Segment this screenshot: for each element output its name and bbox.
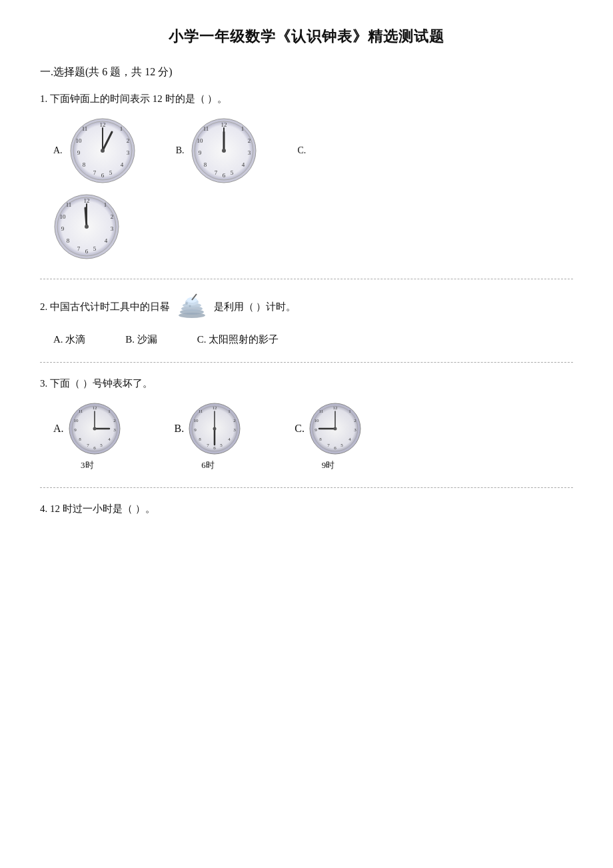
- svg-text:6: 6: [101, 172, 104, 179]
- clock-c: 12 1 2 3 4 5 6 7 8 9 10 11: [53, 193, 120, 260]
- svg-text:5: 5: [100, 443, 103, 448]
- svg-point-76: [93, 427, 96, 431]
- svg-text:5: 5: [109, 169, 112, 176]
- q1-clocks-row: A. 12 1 2 3 4 5 6: [40, 117, 573, 184]
- q3-clock-b: B. 12 1 2 3 4 5 6 7 8 9 10 11: [175, 402, 242, 471]
- svg-text:1: 1: [348, 409, 351, 414]
- svg-text:4: 4: [242, 161, 245, 168]
- svg-text:11: 11: [199, 409, 203, 414]
- svg-text:6: 6: [334, 445, 336, 451]
- svg-text:12: 12: [84, 197, 90, 204]
- question-2: 2. 中国古代计时工具中的日晷 是利用（ ）计时。 A. 水滴: [40, 291, 573, 346]
- q3-clocks-row: A. 12 1 2 3 4 5: [40, 402, 573, 471]
- svg-text:4: 4: [348, 437, 351, 442]
- svg-text:7: 7: [93, 169, 96, 176]
- svg-text:8: 8: [67, 237, 70, 244]
- q1-option-b: B. 12 1 2 3 4 5 6 7 8 9 10 11: [176, 117, 258, 184]
- svg-text:1: 1: [241, 125, 245, 132]
- q3-text: 3. 下面（ ）号钟表坏了。: [40, 375, 573, 393]
- svg-text:8: 8: [319, 437, 322, 442]
- svg-point-16: [101, 149, 105, 153]
- svg-text:1: 1: [104, 201, 107, 208]
- clock-a: 12 1 2 3 4 5 6 7 8 9 10 11: [69, 117, 136, 184]
- svg-text:7: 7: [327, 443, 330, 448]
- question-4: 4. 12 时过一小时是（ ）。: [40, 500, 573, 518]
- svg-text:1: 1: [228, 409, 231, 414]
- q3-a-time: 3时: [81, 459, 94, 471]
- svg-text:9: 9: [199, 149, 202, 156]
- sundial-icon: [177, 291, 207, 324]
- q2-text: 2. 中国古代计时工具中的日晷 是利用（ ）计时。: [40, 291, 573, 324]
- svg-text:9: 9: [77, 149, 80, 156]
- svg-text:6: 6: [85, 248, 89, 255]
- q1-option-c: C.: [297, 145, 308, 156]
- svg-text:7: 7: [215, 169, 218, 176]
- svg-text:1: 1: [108, 409, 111, 414]
- svg-point-58: [185, 302, 188, 305]
- svg-text:12: 12: [92, 405, 97, 411]
- q1-option-b-label: B.: [176, 145, 185, 156]
- q3-c-time: 9时: [322, 459, 335, 471]
- question-3: 3. 下面（ ）号钟表坏了。 A. 12 1: [40, 375, 573, 471]
- q2-text-after: 是利用（ ）计时。: [214, 301, 297, 312]
- svg-text:10: 10: [194, 418, 199, 423]
- svg-text:12: 12: [221, 121, 227, 128]
- svg-text:9: 9: [61, 225, 65, 232]
- svg-text:10: 10: [197, 137, 204, 144]
- q1-option-a-label: A.: [53, 145, 63, 156]
- svg-text:10: 10: [314, 418, 319, 423]
- q2-option-a: A. 水滴: [53, 333, 85, 346]
- q3-clock-b-svg: 12 1 2 3 4 5 6 7 8 9 10 11: [188, 402, 241, 455]
- svg-text:9: 9: [194, 427, 197, 433]
- svg-text:10: 10: [60, 213, 67, 220]
- section1-header: 一.选择题(共 6 题，共 12 分): [40, 65, 573, 79]
- clock-b: 12 1 2 3 4 5 6 7 8 9 10 11: [191, 117, 257, 184]
- svg-text:11: 11: [66, 201, 72, 208]
- page-title: 小学一年级数学《认识钟表》精选测试题: [40, 27, 573, 47]
- q3-c-inline: C. 12 1 2 3 4 5 6 7 8 9 10 11: [295, 402, 362, 455]
- q3-b-time: 6时: [201, 459, 215, 471]
- svg-text:1: 1: [119, 125, 123, 132]
- q3-clock-a-svg: 12 1 2 3 4 5 6 7 8 9 10 11: [68, 402, 121, 455]
- svg-text:11: 11: [78, 409, 83, 414]
- svg-text:4: 4: [105, 237, 108, 244]
- q3-clock-a: A. 12 1 2 3 4 5: [53, 402, 121, 471]
- svg-text:7: 7: [77, 245, 81, 252]
- svg-text:10: 10: [73, 418, 79, 423]
- svg-text:7: 7: [87, 443, 89, 448]
- svg-text:3: 3: [113, 427, 116, 433]
- svg-text:4: 4: [120, 161, 123, 168]
- svg-text:8: 8: [79, 437, 81, 442]
- q1-option-c-label: C.: [297, 145, 306, 156]
- divider-2: [40, 362, 573, 363]
- svg-text:3: 3: [126, 149, 129, 156]
- svg-text:11: 11: [203, 125, 209, 132]
- svg-text:2: 2: [111, 213, 114, 220]
- svg-text:2: 2: [126, 137, 129, 144]
- svg-text:5: 5: [231, 169, 234, 176]
- svg-point-50: [85, 225, 89, 229]
- q3-b-inline: B. 12 1 2 3 4 5 6 7 8 9 10 11: [175, 402, 242, 455]
- svg-text:8: 8: [199, 437, 201, 442]
- svg-text:10: 10: [75, 137, 82, 144]
- sundial-svg: [177, 291, 207, 318]
- q3-clock-c-svg: 12 1 2 3 4 5 6 7 8 9 10 11: [308, 402, 362, 455]
- svg-point-33: [222, 149, 226, 153]
- svg-text:6: 6: [93, 445, 96, 451]
- svg-text:4: 4: [108, 437, 111, 442]
- svg-point-59: [189, 305, 191, 307]
- svg-text:5: 5: [93, 245, 97, 252]
- svg-text:8: 8: [82, 161, 85, 168]
- divider-1: [40, 279, 573, 279]
- divider-3: [40, 487, 573, 488]
- svg-text:9: 9: [314, 427, 317, 433]
- q3-b-label: B.: [175, 423, 185, 435]
- svg-text:11: 11: [81, 125, 87, 132]
- svg-text:2: 2: [113, 418, 116, 423]
- svg-text:9: 9: [74, 427, 77, 433]
- svg-text:3: 3: [248, 149, 251, 156]
- svg-text:5: 5: [220, 443, 223, 448]
- q3-a-inline: A. 12 1 2 3 4 5: [53, 402, 121, 455]
- q3-a-label: A.: [53, 423, 64, 435]
- q3-clock-c: C. 12 1 2 3 4 5 6 7 8 9 10 11: [295, 402, 362, 471]
